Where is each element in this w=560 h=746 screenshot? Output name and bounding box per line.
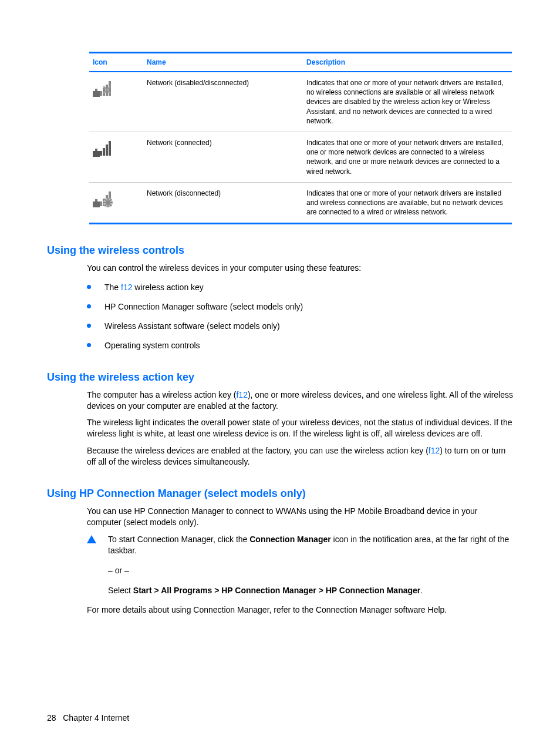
- body-action-key: The computer has a wireless action key (…: [87, 389, 513, 468]
- table-row: Network (connected) Indicates that one o…: [89, 132, 512, 182]
- svg-rect-16: [100, 201, 102, 206]
- paragraph: For more details about using Connection …: [87, 604, 513, 616]
- note-block: To start Connection Manager, click the C…: [87, 534, 513, 596]
- icon-table: Icon Name Description: [89, 52, 512, 224]
- text: The computer has a wireless action key (: [87, 390, 236, 399]
- heading-wireless-controls: Using the wireless controls: [47, 244, 513, 257]
- page-footer: 28 Chapter 4 Internet: [47, 713, 129, 723]
- svg-rect-8: [93, 151, 100, 157]
- text: wireless action key: [132, 283, 203, 292]
- network-disconnected-icon: [93, 189, 116, 209]
- triangle-icon: [87, 535, 96, 543]
- note-line: Select Start > All Programs > HP Connect…: [108, 585, 513, 597]
- chapter-label: Chapter 4 Internet: [63, 713, 129, 723]
- body-conn-mgr: You can use HP Connection Manager to con…: [87, 506, 513, 528]
- th-icon: Icon: [89, 53, 143, 72]
- th-name: Name: [143, 53, 303, 72]
- text: The: [104, 283, 121, 292]
- key-label: f12: [236, 390, 247, 399]
- list-item: Wireless Assistant software (select mode…: [87, 321, 513, 332]
- heading-action-key: Using the wireless action key: [47, 371, 513, 384]
- row-desc: Indicates that one or more of your netwo…: [303, 132, 512, 182]
- key-label: f12: [429, 446, 440, 455]
- text: .: [420, 586, 423, 595]
- paragraph: Because the wireless devices are enabled…: [87, 445, 513, 468]
- th-desc: Description: [303, 53, 512, 72]
- icon-cell: [89, 182, 143, 224]
- svg-rect-10: [100, 151, 102, 156]
- paragraph: You can use HP Connection Manager to con…: [87, 506, 513, 528]
- paragraph: The computer has a wireless action key (…: [87, 389, 513, 412]
- key-label: f12: [121, 283, 132, 292]
- note-or: – or –: [108, 565, 513, 577]
- network-connected-icon: [93, 138, 116, 158]
- svg-rect-9: [95, 149, 97, 151]
- svg-rect-15: [95, 199, 97, 201]
- text: Because the wireless devices are enabled…: [87, 446, 429, 455]
- icon-cell: [89, 132, 143, 182]
- row-name: Network (disabled/disconnected): [143, 72, 303, 132]
- body-conn-mgr-2: For more details about using Connection …: [87, 604, 513, 616]
- paragraph: The wireless light indicates the overall…: [87, 417, 513, 439]
- bold-text: Connection Manager: [249, 535, 330, 544]
- page: Icon Name Description: [0, 0, 560, 746]
- svg-rect-1: [95, 89, 97, 91]
- body-wireless-controls: You can control the wireless devices in …: [87, 263, 513, 351]
- bullet-list: The f12 wireless action key HP Connectio…: [87, 282, 513, 351]
- row-desc: Indicates that one or more of your netwo…: [303, 182, 512, 224]
- note-line: To start Connection Manager, click the C…: [108, 534, 513, 557]
- row-name: Network (disconnected): [143, 182, 303, 224]
- row-name: Network (connected): [143, 132, 303, 182]
- network-disabled-icon: [93, 78, 116, 98]
- svg-rect-12: [106, 145, 108, 156]
- list-item: HP Connection Manager software (select m…: [87, 301, 513, 312]
- text: Select: [108, 586, 133, 595]
- list-item: Operating system controls: [87, 340, 513, 351]
- list-item: The f12 wireless action key: [87, 282, 513, 293]
- table-row: Network (disconnected) Indicates that on…: [89, 182, 512, 224]
- svg-rect-2: [100, 91, 102, 96]
- icon-cell: [89, 72, 143, 132]
- intro-text: You can control the wireless devices in …: [87, 263, 513, 274]
- text: To start Connection Manager, click the: [108, 535, 249, 544]
- bold-text: Start > All Programs > HP Connection Man…: [133, 586, 420, 595]
- page-number: 28: [47, 713, 56, 723]
- row-desc: Indicates that one or more of your netwo…: [303, 72, 512, 132]
- heading-conn-mgr: Using HP Connection Manager (select mode…: [47, 488, 513, 500]
- svg-rect-13: [109, 141, 111, 156]
- svg-rect-11: [103, 148, 105, 156]
- svg-rect-14: [93, 201, 100, 207]
- table-row: Network (disabled/disconnected) Indicate…: [89, 72, 512, 132]
- svg-rect-0: [93, 91, 100, 97]
